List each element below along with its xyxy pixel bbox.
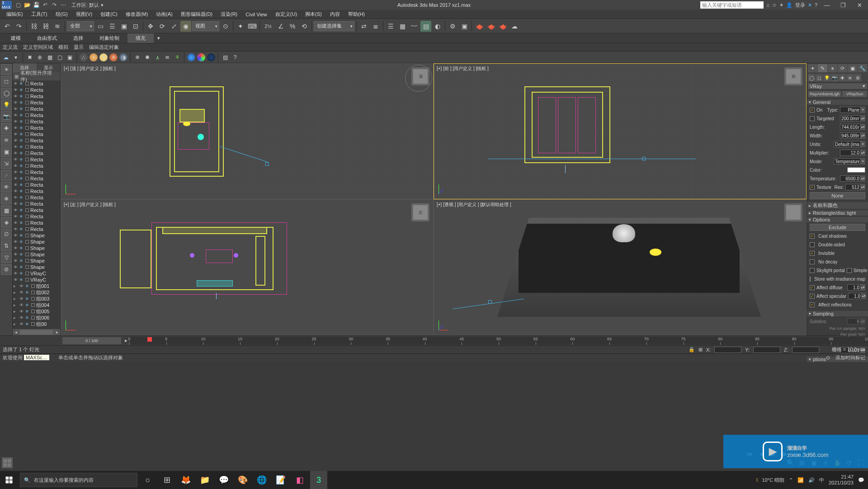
temperature-spinner[interactable]	[840, 175, 861, 182]
cat-shapes-icon[interactable]: ◻	[816, 74, 823, 81]
cat-helpers-icon[interactable]: ✚	[839, 74, 846, 81]
menu-help[interactable]: 帮助(H)	[344, 10, 368, 19]
scene-scrollbar[interactable]: ◂ ▸	[13, 329, 60, 335]
filter-all-icon[interactable]: ◈	[1, 217, 12, 228]
particle1-icon[interactable]: ❄	[133, 53, 142, 61]
viewcube-front[interactable]: 前	[784, 67, 802, 85]
visibility-icon[interactable]: 👁	[14, 189, 18, 193]
volume-light-icon[interactable]: ∴	[80, 53, 88, 61]
filter-frozen-icon[interactable]: ❄	[1, 193, 12, 204]
menu-modifiers[interactable]: 修改器(M)	[122, 10, 152, 19]
scene-item[interactable]: 👁❄Recta	[13, 188, 60, 194]
freeze-icon[interactable]: ❄	[19, 170, 24, 174]
freeze-icon[interactable]: ❄	[19, 221, 24, 225]
scene-item[interactable]: 👁❄Recta	[13, 194, 60, 201]
freeze-icon[interactable]: ❄	[19, 151, 24, 155]
expand-icon[interactable]: ▸	[14, 322, 18, 326]
menu-rendering[interactable]: 渲染(R)	[217, 10, 241, 19]
cloud-icon[interactable]: ☁	[2, 53, 10, 61]
visibility-icon[interactable]: 👁	[19, 284, 24, 288]
ref-coord-dropdown[interactable]: 视图	[192, 21, 219, 31]
spinner-arrows-icon[interactable]: ▴▾	[861, 175, 865, 182]
visibility-icon[interactable]: 👁	[14, 246, 18, 250]
tray-chevron-icon[interactable]: ⌃	[789, 477, 793, 483]
scene-item[interactable]: 👁❄VRayC	[13, 270, 60, 277]
viewport-perspective[interactable]: [+] [透视 ] [用户定义 ] [默认明暗处理 ]	[434, 199, 807, 335]
cat-spacewarps-icon[interactable]: ≋	[846, 74, 854, 81]
filter-lock-icon[interactable]: ⊘	[1, 264, 12, 275]
sun3-icon[interactable]: ☀	[109, 53, 118, 61]
curve-editor-button[interactable]: 〰	[409, 21, 420, 32]
add-time-tag[interactable]: 添加时间标记	[835, 354, 865, 361]
visibility-icon[interactable]: 👁	[14, 277, 18, 282]
freeze-icon[interactable]: ❄	[19, 202, 24, 206]
aff-spec-checkbox[interactable]: ✓	[810, 294, 815, 299]
rollout-options[interactable]: Options	[807, 217, 868, 222]
rollout-general[interactable]: General	[807, 99, 868, 105]
viewport-top[interactable]: [+] [顶 ] [用户定义 ] [线框 ] 顶	[61, 63, 434, 199]
freeze-icon[interactable]: ❄	[25, 309, 30, 314]
scroll-left-icon[interactable]: ◂	[13, 330, 19, 334]
window-close-button[interactable]: ✕	[853, 1, 866, 9]
visibility-icon[interactable]: 👁	[14, 265, 18, 269]
texture-none-button[interactable]: None	[810, 192, 865, 199]
scene-item[interactable]: 👁❄Recta	[13, 169, 60, 175]
scale-button[interactable]: ⤢	[169, 21, 179, 32]
scene-item[interactable]: 👁❄Recta	[13, 106, 60, 112]
freeze-icon[interactable]: ❄	[19, 240, 24, 244]
freeze-icon[interactable]: ❄	[19, 233, 24, 238]
expand-icon[interactable]: ▸	[14, 309, 18, 314]
ribbon-tab-populate[interactable]: 填充	[127, 33, 154, 43]
double-sided-checkbox[interactable]	[810, 242, 815, 247]
freeze-icon[interactable]: ❄	[19, 138, 24, 143]
visibility-icon[interactable]: 👁	[14, 126, 18, 130]
freeze-icon[interactable]: ❄	[19, 214, 24, 219]
filter-hidden-icon[interactable]: 👁	[1, 182, 12, 193]
tree-icon[interactable]: ⍋	[153, 53, 161, 61]
viewcube-persp[interactable]	[784, 203, 802, 221]
spinner-snap-button[interactable]: ⟲	[299, 21, 310, 32]
length-spinner[interactable]	[840, 124, 861, 130]
scene-item[interactable]: ▸👁❄组00	[13, 321, 60, 327]
move-button[interactable]: ✥	[145, 21, 156, 32]
ribbon-tab-freeform[interactable]: 自由形式	[29, 33, 65, 43]
3dsmax-taskbar-icon[interactable]: 3	[310, 471, 327, 489]
ribbon-tab-selection[interactable]: 选择	[65, 33, 91, 43]
dropdown-icon[interactable]: ▾	[12, 53, 20, 61]
rotate-button[interactable]: ⟳	[157, 21, 168, 32]
keyboard-shortcut-button[interactable]: ⌨	[247, 21, 258, 32]
visibility-icon[interactable]: 👁	[14, 151, 18, 155]
mirror-button[interactable]: ⇄	[359, 21, 369, 32]
wechat-icon[interactable]: 💬	[215, 471, 232, 489]
filter-spacewarps-icon[interactable]: ≋	[1, 135, 12, 146]
weather-widget[interactable]: ☾ 10°C 晴朗	[756, 477, 784, 484]
start-button[interactable]	[0, 471, 18, 489]
visibility-icon[interactable]: 👁	[14, 176, 18, 181]
workspace-dropdown[interactable]: 工作区: 默认 ▾	[71, 2, 104, 9]
skylight-checkbox[interactable]	[810, 268, 815, 273]
target-icon[interactable]: ⊕	[36, 53, 44, 61]
spinner-arrows-icon[interactable]: ▴▾	[861, 284, 865, 291]
visibility-icon[interactable]: 👁	[14, 252, 18, 257]
firefox-icon[interactable]: 🦊	[177, 471, 194, 489]
expand-icon[interactable]: ▸	[14, 303, 18, 307]
freeze-icon[interactable]: ❄	[19, 164, 24, 168]
freeze-icon[interactable]: ❄	[19, 145, 24, 149]
scene-item[interactable]: 👁❄Recta	[13, 93, 60, 99]
scene-item[interactable]: ▸👁❄组002	[13, 289, 60, 296]
freeze-icon[interactable]: ❄	[25, 303, 30, 307]
help-search-input[interactable]	[700, 1, 764, 9]
render-production-button[interactable]: 🫖	[474, 21, 485, 32]
menu-create[interactable]: 创建(C)	[97, 10, 121, 19]
filter-groups-icon[interactable]: ▣	[1, 146, 12, 157]
visibility-icon[interactable]: 👁	[14, 100, 18, 105]
visibility-icon[interactable]: 👁	[14, 233, 18, 238]
layout-quad-icon[interactable]	[2, 457, 13, 468]
targeted-checkbox[interactable]	[810, 116, 815, 121]
menu-customize[interactable]: 自定义(U)	[272, 10, 301, 19]
dropdown-arrow-icon[interactable]: ▾	[861, 158, 865, 165]
spinner-arrows-icon[interactable]: ▴▾	[861, 115, 865, 122]
star-icon[interactable]: ☆	[772, 2, 777, 8]
scene-item[interactable]: 👁❄Recta	[13, 156, 60, 163]
freeze-icon[interactable]: ❄	[19, 157, 24, 162]
